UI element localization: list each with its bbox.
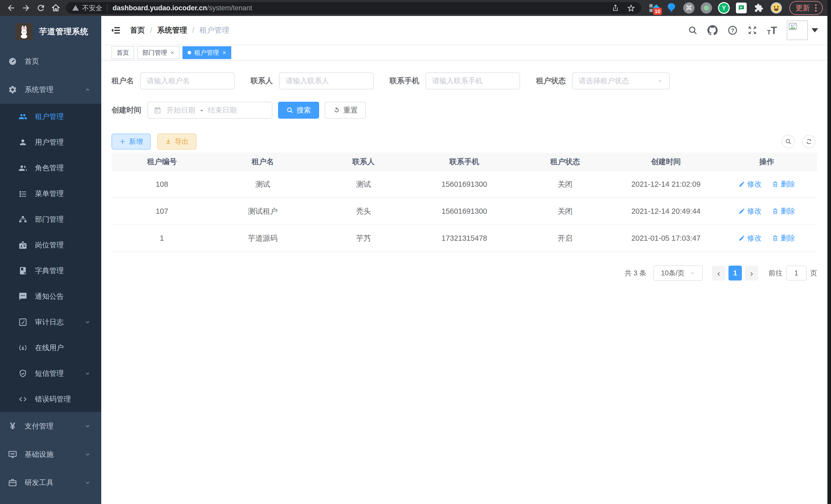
add-button[interactable]: 新增	[112, 134, 150, 149]
next-page-button[interactable]: ›	[745, 266, 758, 280]
gear-icon	[8, 85, 18, 94]
sidebar-item-user[interactable]: 用户管理	[0, 129, 101, 155]
forward-icon[interactable]	[19, 1, 33, 16]
breadcrumb-system[interactable]: 系统管理	[157, 25, 187, 35]
menu-tree-icon	[18, 189, 28, 199]
sidebar-item-menu[interactable]: 菜单管理	[0, 181, 101, 207]
sidebar-item-error-code[interactable]: 错误码管理	[0, 386, 101, 412]
share-icon[interactable]	[611, 4, 619, 12]
github-icon[interactable]	[708, 25, 718, 35]
extension-icon-puzzle[interactable]	[753, 2, 765, 14]
prev-page-button[interactable]: ‹	[712, 266, 725, 280]
close-tab-icon[interactable]: ×	[171, 49, 174, 56]
page-1-button[interactable]: 1	[728, 266, 742, 280]
user-menu[interactable]	[787, 21, 818, 40]
search-icon	[286, 107, 293, 114]
id-badge-icon	[18, 240, 28, 250]
tenant-name-input[interactable]	[140, 72, 235, 89]
header-search-icon[interactable]	[688, 25, 698, 35]
reset-button[interactable]: 重置	[325, 102, 366, 119]
system-submenu: 租户管理 用户管理 角色管理 菜单管理	[0, 104, 101, 412]
url-bar[interactable]: 不安全 dashboard.yudao.iocoder.cn/system/te…	[66, 2, 641, 14]
not-secure-warning-icon	[72, 4, 79, 11]
contact-label: 联系人	[251, 76, 273, 86]
tab-home[interactable]: 首页	[112, 46, 134, 59]
sidebar-item-sms[interactable]: 短信管理	[0, 361, 101, 386]
tenant-name-label: 租户名	[112, 76, 134, 86]
sidebar: 芋道管理系统 首页 系统管理 租户管理	[0, 16, 101, 504]
extension-badge-count: 10	[653, 8, 662, 15]
goto-page-input[interactable]	[786, 266, 807, 280]
svg-text:?: ?	[731, 27, 734, 34]
caret-down-icon	[811, 28, 818, 32]
sidebar-toggle-icon[interactable]	[111, 25, 121, 35]
sidebar-item-dev-tools[interactable]: 研发工具	[0, 469, 101, 497]
sidebar-item-system[interactable]: 系统管理	[0, 76, 101, 104]
avatar[interactable]	[787, 21, 808, 40]
browser-menu-icon[interactable]	[815, 4, 816, 11]
extension-icon-balloon[interactable]	[665, 2, 677, 14]
edit-link[interactable]: 修改	[739, 206, 762, 216]
close-tab-icon[interactable]: ×	[223, 49, 226, 56]
extension-icon-badge[interactable]: 10	[648, 2, 660, 14]
fullscreen-icon[interactable]	[747, 25, 757, 35]
update-label: 更新	[796, 3, 810, 13]
delete-link[interactable]: 删除	[772, 206, 795, 216]
refresh-table-icon[interactable]	[802, 135, 815, 148]
start-date-placeholder: 开始日期	[167, 105, 195, 115]
tags-view-bar: 首页 部门管理 × 租户管理 ×	[101, 45, 827, 61]
edit-link[interactable]: 修改	[739, 179, 762, 189]
sidebar-item-audit-log[interactable]: 审计日志	[0, 309, 101, 335]
search-button[interactable]: 搜索	[278, 102, 319, 119]
breadcrumb-home[interactable]: 首页	[130, 25, 145, 35]
delete-link[interactable]: 删除	[772, 233, 795, 243]
reload-icon[interactable]	[33, 1, 48, 16]
top-navbar: 首页 / 系统管理 / 租户管理 ? T	[101, 16, 827, 45]
delete-link[interactable]: 删除	[772, 179, 795, 189]
sidebar-item-online-users[interactable]: 在线用户	[0, 335, 101, 361]
sidebar-item-tenant[interactable]: 租户管理	[0, 104, 101, 129]
table-header-row: 租户编号 租户名 联系人 联系手机 租户状态 创建时间 操作	[112, 153, 817, 171]
col-actions: 操作	[716, 153, 817, 171]
edit-link[interactable]: 修改	[739, 233, 762, 243]
font-size-icon[interactable]: TT	[767, 25, 777, 35]
chevron-up-icon	[85, 87, 90, 92]
table-row: 107 测试租户 秃头 15601691300 关闭 2021-12-14 20…	[112, 198, 817, 225]
browser-toolbar: 不安全 dashboard.yudao.iocoder.cn/system/te…	[0, 0, 831, 16]
sidebar-item-role[interactable]: 角色管理	[0, 155, 101, 181]
extension-icon-chat[interactable]	[736, 2, 747, 14]
table-row: 108 测试 测试 15601691300 关闭 2021-12-14 21:0…	[112, 171, 817, 198]
page-size-select[interactable]: 10条/页	[654, 265, 703, 281]
extension-icon-emoji[interactable]	[770, 2, 782, 14]
sidebar-item-notice[interactable]: 通知公告	[0, 284, 101, 309]
sidebar-item-home[interactable]: 首页	[0, 47, 101, 76]
help-icon[interactable]: ?	[727, 25, 738, 35]
tab-tenant-active[interactable]: 租户管理 ×	[182, 46, 231, 59]
toggle-search-icon[interactable]	[782, 135, 795, 148]
sidebar-item-post[interactable]: 岗位管理	[0, 232, 101, 258]
create-time-range-picker[interactable]: 开始日期 - 结束日期	[147, 102, 273, 119]
edit-icon	[739, 181, 745, 187]
chevron-down-icon	[85, 371, 90, 376]
status-select[interactable]: 请选择租户状态	[572, 72, 670, 89]
extension-icon-command[interactable]: ⌘	[683, 2, 695, 14]
dashboard-icon	[8, 57, 18, 66]
extension-icon-recorder[interactable]	[700, 2, 712, 14]
browser-update-button[interactable]: 更新	[790, 1, 823, 15]
home-icon[interactable]	[48, 1, 63, 16]
sidebar-item-dict[interactable]: 字典管理	[0, 258, 101, 284]
sidebar-item-dept[interactable]: 部门管理	[0, 207, 101, 232]
extension-icon-yuque[interactable]: Y	[718, 2, 730, 14]
status-label: 租户状态	[536, 76, 566, 86]
export-button[interactable]: 导出	[157, 134, 196, 149]
contact-input[interactable]	[279, 72, 374, 89]
back-icon[interactable]	[4, 1, 19, 16]
sidebar-item-infrastructure[interactable]: 基础设施	[0, 440, 101, 469]
org-chart-icon	[18, 214, 28, 224]
mobile-input[interactable]	[426, 72, 520, 89]
tab-dept[interactable]: 部门管理 ×	[137, 46, 179, 59]
sidebar-item-payment[interactable]: ¥ 支付管理	[0, 412, 101, 440]
filter-row-1: 租户名 联系人 联系手机 租户状态 请选择租户状态	[112, 72, 817, 89]
col-tenant-id: 租户编号	[112, 153, 212, 171]
bookmark-star-icon[interactable]	[627, 4, 635, 12]
